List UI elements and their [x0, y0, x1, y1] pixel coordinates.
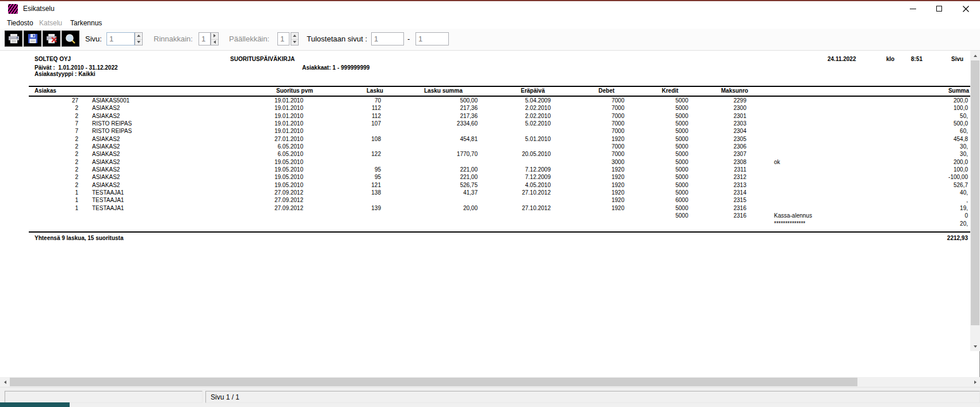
cell-asiakas-nro: 2: [35, 166, 78, 173]
cell-lasku: 95: [311, 174, 381, 180]
cell-erapaiva: 7.12.2009: [483, 174, 551, 180]
table-row: 2 ASIAKAS2 6.05.2010 7000 5000 2306 30,: [0, 143, 970, 151]
report-customers-line: Asiakkaat: 1 - 999999999: [302, 64, 369, 71]
cell-asiakas-nro: 1: [35, 197, 78, 203]
print-range-from-input[interactable]: [371, 32, 404, 45]
maximize-button[interactable]: [926, 1, 952, 16]
cell-debet: 1920: [567, 205, 624, 211]
vertical-scroll-thumb[interactable]: [971, 60, 979, 325]
col-header-maksunro: Maksunro: [721, 88, 748, 94]
cell-kredit: 5000: [631, 174, 688, 180]
cell-asiakas-nro: 2: [35, 182, 78, 188]
cell-erapaiva: 5.01.2010: [483, 136, 551, 142]
table-row: 1 TESTAAJA1 27.09.2012 1920 6000 2315 ,: [0, 197, 970, 204]
scroll-left-button[interactable]: [0, 377, 10, 387]
spin-up-icon[interactable]: [135, 33, 142, 39]
menu-tiedosto[interactable]: Tiedosto: [3, 18, 37, 28]
zoom-icon: [65, 33, 76, 44]
cell-asiakas-nro: 2: [35, 159, 78, 165]
report-company: SOLTEQ OYJ: [35, 56, 71, 62]
cell-suoritus-pvm: 19.01.2010: [219, 105, 303, 111]
cell-maksunro: 2303: [689, 120, 746, 127]
cell-maksunro: 2305: [689, 136, 746, 142]
table-row: 2 ASIAKAS2 6.05.2010 122 1770,70 20.05.2…: [0, 151, 970, 158]
close-button[interactable]: [952, 1, 979, 16]
col-header-lasku: Lasku: [367, 88, 383, 94]
print-button[interactable]: [5, 31, 22, 47]
cell-summa: -100,00: [880, 174, 968, 180]
table-row: 2 ASIAKAS2 19.05.2010 121 526,75 4.05.20…: [0, 182, 970, 189]
cell-kredit: 5000: [631, 128, 688, 134]
cell-maksunro: 2314: [689, 189, 746, 196]
horizontal-scroll-thumb[interactable]: [10, 378, 857, 386]
cell-lasku-summa: 20,00: [397, 205, 478, 211]
cell-erapaiva: 5.02.2010: [483, 120, 551, 127]
cell-lasku: 108: [311, 136, 381, 142]
across-input[interactable]: [199, 32, 211, 45]
cell-summa: 100,0: [880, 105, 968, 111]
cell-summa: 500,0: [880, 120, 968, 127]
cell-summa: 200,0: [880, 159, 968, 165]
page-spinner[interactable]: [135, 32, 143, 45]
save-button[interactable]: [24, 31, 41, 47]
report-time: 8:51: [911, 56, 922, 62]
print-range-separator: -: [407, 35, 410, 43]
cell-note: ok: [774, 159, 872, 165]
table-row: 7 RISTO REIPAS 19.01.2010 107 2334,60 5.…: [0, 120, 970, 128]
spin-right-icon[interactable]: [211, 33, 218, 39]
spin-left-icon[interactable]: [211, 39, 218, 45]
report-total-line: Yhteensä 9 laskua, 15 suoritusta: [35, 235, 124, 241]
cell-debet: 1920: [567, 136, 624, 142]
cell-maksunro: 2316: [689, 212, 746, 219]
cell-summa: 454,8: [880, 136, 968, 142]
cell-maksunro: 2313: [689, 182, 746, 188]
cell-asiakas-nro: 7: [35, 120, 78, 127]
page-label: Sivu:: [85, 35, 102, 43]
overlap-label: Päällekkäin:: [229, 35, 269, 43]
report-title: SUORITUSPÄIVÄKIRJA: [230, 56, 295, 62]
cell-lasku-summa: 2334,60: [397, 120, 478, 127]
horizontal-scrollbar[interactable]: [0, 377, 980, 387]
cell-suoritus-pvm: 19.05.2010: [219, 159, 303, 165]
cell-summa: 200,0: [880, 97, 968, 104]
spin-up-icon[interactable]: [291, 33, 298, 39]
overlap-input[interactable]: [277, 32, 289, 45]
cell-maksunro: 2316: [689, 205, 746, 211]
cell-maksunro: 2311: [689, 166, 746, 173]
minimize-button[interactable]: [899, 1, 926, 16]
page-input[interactable]: [106, 32, 135, 45]
cell-suoritus-pvm: 19.01.2010: [219, 128, 303, 134]
desktop-background-sliver: [0, 402, 70, 407]
esikatselu-window: Esikatselu Tiedosto Katselu Tarkennus: [0, 0, 980, 407]
cell-maksunro: 2304: [689, 128, 746, 134]
spin-down-icon[interactable]: [291, 39, 298, 45]
overlap-spinner[interactable]: [291, 32, 299, 45]
scroll-down-button[interactable]: [970, 341, 980, 351]
cell-summa: 50,: [880, 113, 968, 119]
spin-down-icon[interactable]: [135, 39, 142, 45]
cell-debet: 1920: [567, 182, 624, 188]
toolbar: Sivu: Rinnakkain: Päällekkäin: Tulosteta…: [0, 29, 980, 51]
menu-tarkennus[interactable]: Tarkennus: [67, 18, 105, 28]
cell-debet: 1920: [567, 197, 624, 203]
cell-summa: 30,: [880, 151, 968, 157]
scroll-right-button[interactable]: [970, 377, 980, 387]
scroll-up-button[interactable]: [970, 51, 980, 60]
table-row: 2 ASIAKAS2 19.01.2010 112 217,36 2.02.20…: [0, 113, 970, 120]
cell-asiakas-nro: 2: [35, 136, 78, 142]
col-header-kredit: Kredit: [662, 88, 678, 94]
statusbar: Sivu 1 / 1: [0, 387, 980, 407]
cell-erapaiva: 7.12.2009: [483, 166, 551, 173]
print-range-to-input[interactable]: [415, 32, 449, 45]
cell-lasku: 122: [311, 151, 381, 157]
across-spinner[interactable]: [211, 32, 219, 45]
preview-page: SOLTEQ OYJ SUORITUSPÄIVÄKIRJA 24.11.2022…: [0, 51, 970, 377]
cell-kredit: 5000: [631, 166, 688, 173]
table-row: 1 TESTAAJA1 27.09.2012 138 41,37 27.10.2…: [0, 189, 970, 197]
cell-suoritus-pvm: 27.01.2010: [219, 136, 303, 142]
cell-suoritus-pvm: 19.05.2010: [219, 166, 303, 173]
zoom-button[interactable]: [62, 31, 79, 47]
vertical-scrollbar[interactable]: [970, 51, 980, 351]
cancel-print-button[interactable]: [43, 31, 60, 47]
cell-debet: 7000: [567, 105, 624, 111]
